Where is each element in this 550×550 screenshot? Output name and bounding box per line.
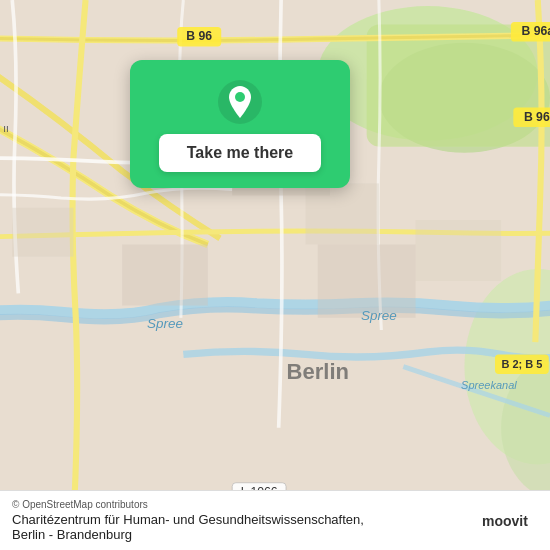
river-label-spree1: Spree xyxy=(147,316,183,331)
moovit-logo-svg: moovit xyxy=(478,509,538,533)
svg-point-20 xyxy=(235,92,245,102)
bottom-left-info: © OpenStreetMap contributors Charitézent… xyxy=(12,499,392,542)
station-label-1: lesthafen II xyxy=(0,123,9,134)
location-card: Take me there xyxy=(130,60,350,188)
svg-rect-10 xyxy=(318,244,416,317)
location-name: Charitézentrum für Human- und Gesundheit… xyxy=(12,512,392,542)
svg-rect-8 xyxy=(306,183,379,244)
moovit-logo: moovit xyxy=(478,509,538,533)
svg-rect-9 xyxy=(122,244,208,305)
svg-rect-7 xyxy=(12,208,73,257)
road-label-b96a-right: B 96a xyxy=(524,110,550,124)
svg-rect-3 xyxy=(367,24,550,146)
road-label-b96: B 96 xyxy=(186,29,212,43)
city-label-berlin: Berlin xyxy=(287,359,349,384)
take-me-there-button[interactable]: Take me there xyxy=(159,134,321,172)
svg-rect-11 xyxy=(416,220,502,281)
road-label-b96a-top: B 96a xyxy=(521,24,550,38)
bottom-bar: © OpenStreetMap contributors Charitézent… xyxy=(0,490,550,550)
map-pin-icon xyxy=(218,80,262,124)
svg-text:moovit: moovit xyxy=(482,513,528,529)
river-label-spree2: Spree xyxy=(361,308,397,323)
river-label-spreekanal: Spreekanal xyxy=(461,379,517,391)
road-label-b2b5-right: B 2; B 5 xyxy=(501,358,542,370)
osm-credit: © OpenStreetMap contributors xyxy=(12,499,392,510)
map-container: B 96 B 96a B 96a L 1129 B 2; B 5 B 2; B … xyxy=(0,0,550,550)
